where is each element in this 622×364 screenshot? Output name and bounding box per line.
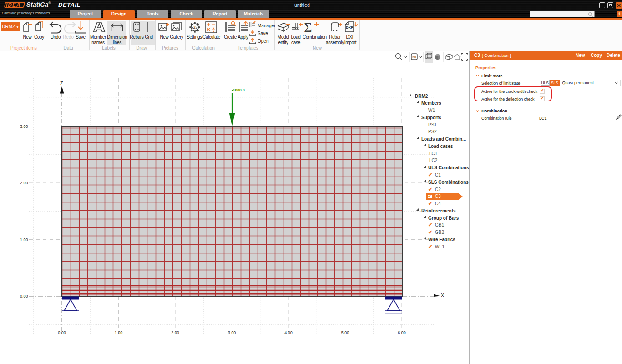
svg-text:3.00: 3.00 bbox=[228, 330, 236, 335]
svg-text:</>: </> bbox=[192, 25, 197, 30]
svg-text:Z: Z bbox=[60, 81, 63, 86]
svg-text:Σ: Σ bbox=[304, 21, 312, 33]
svg-text:-1000.0: -1000.0 bbox=[232, 88, 245, 92]
svg-text:3.00: 3.00 bbox=[20, 124, 28, 129]
svg-text:0.00: 0.00 bbox=[58, 330, 66, 335]
svg-text:1.00: 1.00 bbox=[20, 238, 28, 242]
svg-text:0.00: 0.00 bbox=[20, 294, 28, 298]
svg-text:X: X bbox=[441, 293, 444, 298]
svg-text:6.00: 6.00 bbox=[398, 330, 406, 335]
svg-text:2.00: 2.00 bbox=[171, 330, 179, 335]
svg-text:5.00: 5.00 bbox=[341, 330, 349, 335]
svg-text:4.00: 4.00 bbox=[284, 330, 293, 335]
svg-text:DXF: DXF bbox=[346, 25, 353, 30]
svg-text:2.00: 2.00 bbox=[20, 181, 28, 185]
svg-text:1.00: 1.00 bbox=[115, 330, 123, 335]
svg-text:2D: 2D bbox=[412, 56, 416, 59]
